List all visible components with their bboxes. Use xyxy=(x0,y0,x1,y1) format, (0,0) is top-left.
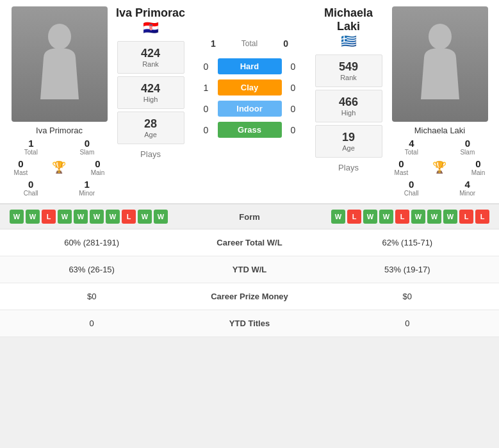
player1-minor-stat: 1 Minor xyxy=(79,179,95,197)
player1-chall-stat: 0 Chall xyxy=(24,179,38,197)
player2-form-badge: W xyxy=(411,210,425,224)
player1-high-box: 424 High xyxy=(117,76,184,109)
player2-rank-box: 549 Rank xyxy=(315,54,382,87)
player1-rank-box: 424 Rank xyxy=(117,41,184,74)
ytd-titles-row: 0 YTD Titles 0 xyxy=(0,310,499,337)
player2-form-badge: L xyxy=(459,210,473,224)
h2h-p1-clay: 1 xyxy=(200,83,213,93)
player2-silhouette xyxy=(414,22,466,106)
surface-row-hard: 0 Hard 0 xyxy=(186,58,313,74)
player2-minor-value: 4 xyxy=(465,179,470,190)
player2-name-label: Michaela Laki xyxy=(414,126,466,135)
career-total-p1: 60% (281-191) xyxy=(13,238,170,247)
player2-flag: 🇬🇷 xyxy=(341,33,357,49)
player1-plays-label: Plays xyxy=(140,149,161,159)
career-total-label: Career Total W/L xyxy=(170,238,328,247)
player1-age-box: 28 Age xyxy=(117,112,184,144)
player1-form-badge: W xyxy=(106,210,120,224)
player2-high-box: 466 High xyxy=(315,90,382,122)
player2-form-badge: W xyxy=(427,210,441,224)
player1-flag: 🇭🇷 xyxy=(143,20,159,35)
svg-point-1 xyxy=(429,24,452,49)
h2h-p2-indoor: 0 xyxy=(287,104,300,114)
surface-row-indoor: 0 Indoor 0 xyxy=(186,101,313,117)
career-prize-row: $0 Career Prize Money $0 xyxy=(0,283,499,310)
surface-grass-btn[interactable]: Grass xyxy=(218,122,282,138)
player1-form-badges: WWLWWWWLWW xyxy=(10,210,218,224)
player2-name-block: Michaela Laki 🇬🇷 xyxy=(313,6,384,49)
player1-form-badge: L xyxy=(42,210,56,224)
surface-row-grass: 0 Grass 0 xyxy=(186,122,313,138)
player1-form-badge: W xyxy=(74,210,88,224)
player2-form-badges: WLWWLWWWLL xyxy=(282,210,490,224)
player2-rank-value: 549 xyxy=(316,60,382,74)
player2-slam-value: 0 xyxy=(465,138,470,149)
player2-age-label: Age xyxy=(316,144,382,152)
player1-chall-value: 0 xyxy=(28,179,33,190)
player1-mast-label: Mast xyxy=(14,169,28,176)
player2-age-box: 19 Age xyxy=(315,125,382,158)
player1-form-badge: W xyxy=(154,210,168,224)
player2-main-label: Main xyxy=(471,169,486,176)
player2-chall-label: Chall xyxy=(404,190,419,197)
trophy-icon-right: 🏆 xyxy=(432,160,446,174)
player1-form-badge: L xyxy=(122,210,136,224)
h2h-p1-total: 1 xyxy=(211,38,216,49)
player1-slam-label: Slam xyxy=(79,149,94,156)
ytd-titles-p1: 0 xyxy=(13,319,170,328)
career-total-p2: 62% (115-71) xyxy=(329,238,486,247)
player1-form-badge: W xyxy=(90,210,104,224)
player2-form-badge: W xyxy=(363,210,377,224)
ytd-wl-label: YTD W/L xyxy=(170,265,328,274)
player2-form-badge: W xyxy=(331,210,345,224)
player1-main-value: 0 xyxy=(95,158,100,169)
h2h-p2-grass: 0 xyxy=(287,125,300,135)
surface-indoor-btn[interactable]: Indoor xyxy=(218,101,282,117)
surface-clay-btn[interactable]: Clay xyxy=(218,79,282,95)
h2h-p1-grass: 0 xyxy=(200,125,213,135)
player1-name-label: Iva Primorac xyxy=(36,126,83,135)
player2-total-label: Total xyxy=(405,149,418,156)
h2h-p1-indoor: 0 xyxy=(200,104,213,114)
player2-main-stat: 0 Main xyxy=(471,158,486,176)
player2-slam-stat: 0 Slam xyxy=(460,138,475,156)
player2-form-badge: L xyxy=(475,210,489,224)
player1-main-stat: 0 Main xyxy=(91,158,105,176)
player1-mast-stat: 0 Mast xyxy=(14,158,28,176)
ytd-titles-label: YTD Titles xyxy=(170,319,328,328)
player1-name-block: Iva Primorac 🇭🇷 xyxy=(116,6,185,35)
player2-total-value: 4 xyxy=(409,138,414,149)
player1-age-label: Age xyxy=(118,131,184,138)
player2-form-badge: L xyxy=(395,210,409,224)
player1-mast-value: 0 xyxy=(18,158,23,169)
player2-form-badge: W xyxy=(379,210,393,224)
trophy-icon-left: 🏆 xyxy=(52,160,66,174)
surface-row-clay: 1 Clay 0 xyxy=(186,79,313,95)
player1-slam-stat: 0 Slam xyxy=(79,138,94,156)
career-total-row: 60% (281-191) Career Total W/L 62% (115-… xyxy=(0,229,499,256)
svg-point-0 xyxy=(48,24,71,49)
player2-age-value: 19 xyxy=(316,131,382,144)
player1-total-value: 1 xyxy=(28,138,33,149)
player2-form-badge: L xyxy=(347,210,361,224)
player2-rank-label: Rank xyxy=(316,74,382,81)
h2h-p2-hard: 0 xyxy=(287,62,300,72)
player1-form-badge: W xyxy=(138,210,152,224)
player2-plays-label: Plays xyxy=(338,163,359,172)
player2-high-value: 466 xyxy=(316,95,382,109)
h2h-p2-total: 0 xyxy=(283,38,288,49)
ytd-wl-row: 63% (26-15) YTD W/L 53% (19-17) xyxy=(0,256,499,283)
player2-high-label: High xyxy=(316,109,382,117)
player1-form-badge: W xyxy=(26,210,40,224)
player2-chall-stat: 0 Chall xyxy=(404,179,419,197)
player1-form-badge: W xyxy=(10,210,24,224)
player1-high-label: High xyxy=(118,95,184,103)
h2h-p1-hard: 0 xyxy=(200,62,213,72)
player1-name-center: Iva Primorac xyxy=(116,6,185,20)
career-prize-p2: $0 xyxy=(329,292,486,301)
ytd-wl-p1: 63% (26-15) xyxy=(13,265,170,274)
player1-main-label: Main xyxy=(91,169,105,176)
stats-table: 60% (281-191) Career Total W/L 62% (115-… xyxy=(0,229,499,337)
surface-hard-btn[interactable]: Hard xyxy=(218,58,282,74)
career-prize-p1: $0 xyxy=(13,292,170,301)
